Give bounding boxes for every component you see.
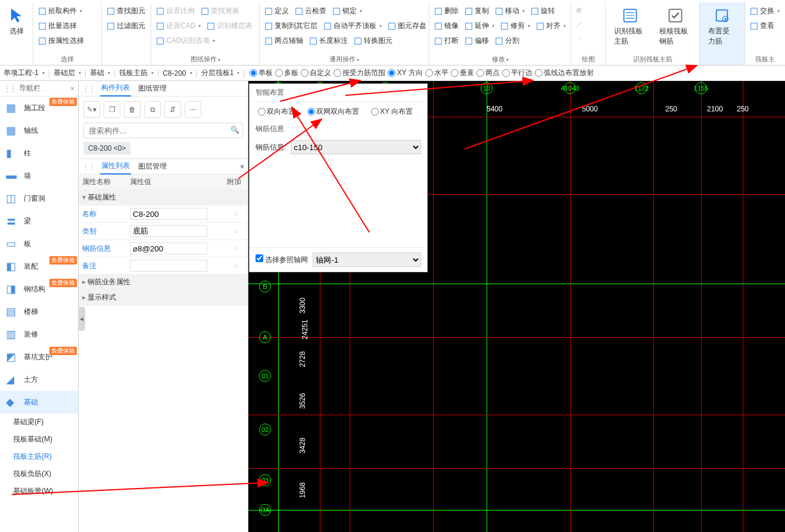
nav-subitem[interactable]: 基础梁(F) — [0, 413, 78, 431]
select-tool-button[interactable]: 选择 — [4, 5, 29, 39]
ribbon-btn[interactable]: 拾取构件▾ — [37, 5, 83, 17]
ribbon-btn[interactable]: 长度标注 — [308, 35, 349, 47]
nav-item[interactable]: ▬墙 — [0, 164, 78, 187]
ribbon-btn[interactable]: 云检查 — [294, 5, 328, 17]
nav-item[interactable]: ◫门窗洞 — [0, 187, 78, 210]
nav-item[interactable]: ◨钢结构免费体验 — [0, 278, 78, 300]
draw-rect-button[interactable]: ⟋ — [575, 33, 602, 43]
ribbon-btn[interactable]: 图元存盘 — [387, 20, 428, 32]
ribbon-btn[interactable]: 定义 — [263, 5, 290, 17]
nav-item[interactable]: ▭板 — [0, 232, 78, 255]
filter-radio[interactable]: 按受力筋范围 — [334, 68, 385, 78]
search-icon[interactable]: 🔍 — [230, 126, 239, 134]
ribbon-btn[interactable]: 查看 — [749, 20, 775, 32]
nav-item[interactable]: ◢土方 — [0, 368, 78, 391]
nav-item[interactable]: ▦施工段免费体验 — [0, 97, 78, 119]
tab-layer-manage[interactable]: 图层管理 — [137, 159, 168, 174]
axis-select[interactable]: 轴网-1 — [313, 253, 421, 267]
ribbon-btn[interactable]: 移动▾ — [494, 5, 526, 17]
ribbon-btn[interactable]: 复制 — [463, 5, 490, 17]
nav-item[interactable]: ◧装配免费体验 — [0, 255, 78, 278]
copy-button[interactable]: ❐ — [104, 101, 120, 118]
ribbon-btn[interactable]: 转换图元 — [353, 35, 394, 47]
popup-option[interactable]: 双网双向布置 — [307, 107, 359, 117]
ribbon-btn[interactable]: 偏移 — [463, 35, 490, 47]
draw-point-button[interactable]: ⊕ — [575, 5, 602, 15]
tab-properties[interactable]: 属性列表 — [100, 158, 131, 175]
filter-radio[interactable]: 多板 — [275, 68, 298, 78]
draw-line-button[interactable]: ／ — [575, 18, 602, 30]
dup-button[interactable]: ⧉ — [144, 101, 161, 118]
ribbon-btn[interactable]: 设置比例 — [155, 5, 196, 17]
filter-radio[interactable]: 弧线边布置放射 — [535, 68, 594, 78]
popup-option[interactable]: XY 向布置 — [371, 107, 413, 117]
arrange-rebar-button[interactable]: 布置受力筋 — [703, 5, 740, 49]
type-select[interactable]: 筏板主筋▾ — [118, 67, 155, 80]
nav-item[interactable]: ◩基坑支护免费体验 — [0, 346, 78, 368]
rebar-info-select[interactable]: c10-150 — [291, 140, 421, 154]
ribbon-btn[interactable]: 旋转 — [529, 5, 556, 17]
project-select[interactable]: 单项工程-1▾ — [2, 67, 46, 80]
filter-radio[interactable]: 单板 — [250, 68, 273, 78]
spec-select[interactable]: C8-200▾ — [161, 67, 193, 80]
ribbon-btn[interactable]: 删除 — [433, 5, 460, 17]
nav-item[interactable]: ▮柱 — [0, 142, 78, 164]
floor-select[interactable]: 基础层▾ — [52, 67, 82, 80]
ribbon-btn[interactable]: 自动平齐顶板▾ — [322, 20, 383, 32]
ribbon-btn[interactable]: 交换▾ — [749, 5, 781, 17]
sort-button[interactable]: ⇵ — [164, 101, 181, 118]
ribbon-btn[interactable]: 锁定▾ — [331, 5, 363, 17]
layer-select[interactable]: 分层筏板1▾ — [200, 67, 241, 80]
popup-option[interactable]: 双向布置 — [258, 107, 295, 117]
ribbon-btn[interactable]: 延伸▾ — [463, 20, 496, 32]
ribbon-btn[interactable]: 修剪▾ — [499, 20, 531, 32]
more-button[interactable]: ⋯ — [185, 101, 201, 118]
nav-subitem[interactable]: 基础板带(W) — [0, 483, 78, 500]
nav-item[interactable]: ▥装修 — [0, 323, 78, 346]
nav-item[interactable]: ▦轴线 — [0, 119, 78, 142]
prop-value-input[interactable] — [130, 242, 207, 254]
ribbon-btn[interactable]: 批量选择 — [37, 20, 78, 32]
prop-value-input[interactable] — [130, 260, 207, 272]
nav-subitem[interactable]: 筏板主筋(R) — [0, 448, 78, 465]
nav-item[interactable]: ▤楼梯 — [0, 300, 78, 323]
prop-value-input[interactable] — [130, 225, 207, 237]
ribbon-btn[interactable]: 过滤图元 — [105, 20, 147, 32]
ribbon-btn[interactable]: 复制到其它层 — [263, 20, 319, 32]
axis-ref-checkbox[interactable]: 选择参照轴网 — [256, 254, 308, 265]
collapse-handle[interactable]: ◂ — [78, 307, 85, 331]
ribbon-btn[interactable]: 查找图元 — [105, 5, 147, 17]
tab-component-list[interactable]: 构件列表 — [100, 80, 131, 97]
tab-drawing-manage[interactable]: 图纸管理 — [137, 81, 168, 96]
ribbon-btn[interactable]: 分割 — [494, 35, 521, 47]
filter-radio[interactable]: 垂直 — [451, 68, 474, 78]
recognize-rebar-button[interactable]: 识别筏板主筋 — [609, 5, 651, 49]
nav-item[interactable]: 〓梁 — [0, 210, 78, 232]
nav-subitem[interactable]: 筏板基础(M) — [0, 431, 78, 448]
ribbon-btn[interactable]: 对齐▾ — [535, 20, 567, 32]
ribbon-btn[interactable]: 打断 — [433, 35, 460, 47]
ribbon-btn[interactable]: 查找替换 — [200, 5, 241, 17]
ribbon-btn[interactable]: 识别楼层表 — [205, 20, 254, 32]
nav-close-icon[interactable]: × — [70, 85, 74, 93]
ribbon-btn[interactable]: 两点辅轴 — [263, 35, 304, 47]
category-select[interactable]: 基础▾ — [89, 67, 111, 80]
ribbon-btn[interactable]: 镜像 — [433, 20, 460, 32]
prop-value-input[interactable] — [130, 208, 207, 220]
component-item[interactable]: C8-200 <0> — [83, 142, 130, 155]
delete-button[interactable]: 🗑 — [124, 101, 141, 118]
filter-radio[interactable]: XY 方向 — [388, 68, 422, 78]
new-button[interactable]: ✎▾ — [83, 101, 100, 118]
ribbon-btn[interactable]: 还原CAD▾ — [155, 20, 202, 32]
verify-rebar-button[interactable]: 校核筏板钢筋 — [655, 5, 696, 49]
ribbon-btn[interactable]: 按属性选择 — [37, 35, 85, 47]
filter-radio[interactable]: 两点 — [476, 68, 500, 78]
search-input[interactable] — [83, 123, 243, 138]
filter-radio[interactable]: 自定义 — [301, 68, 331, 78]
prop-close-icon[interactable]: × — [240, 163, 244, 171]
ribbon-btn[interactable]: CAD识别选项▾ — [155, 35, 216, 47]
filter-radio[interactable]: 平行边 — [502, 68, 532, 78]
nav-subitem[interactable]: 筏板负筋(X) — [0, 465, 78, 483]
filter-radio[interactable]: 水平 — [425, 68, 448, 78]
nav-item[interactable]: ◆基础 — [0, 391, 78, 413]
